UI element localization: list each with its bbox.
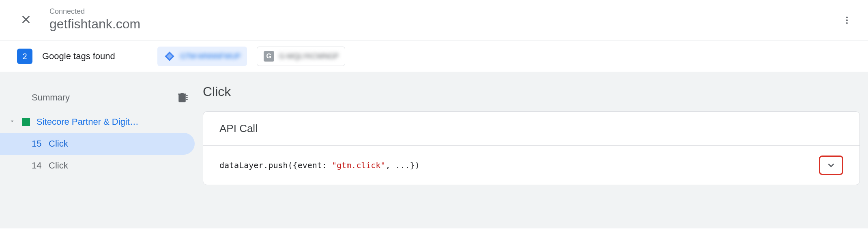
tag-chip-gtag[interactable]: G G-WQLYKCWNGP <box>257 47 346 66</box>
event-item-15[interactable]: 15 Click <box>0 133 195 155</box>
more-vert-icon <box>842 15 852 25</box>
event-num: 15 <box>32 139 43 149</box>
code-string: "gtm.click" <box>332 160 385 170</box>
more-menu-button[interactable] <box>837 11 857 30</box>
content-title: Click <box>203 84 860 99</box>
main-area: Summary Sitecore Partner & Digit… 15 Cli… <box>0 72 868 228</box>
caret-down-icon <box>9 118 17 126</box>
gtag-icon: G <box>264 51 274 62</box>
svg-point-4 <box>846 22 848 24</box>
svg-point-3 <box>846 19 848 21</box>
clear-icon <box>176 92 188 104</box>
tag-id-gtag: G-WQLYKCWNGP <box>279 52 339 61</box>
connected-label: Connected <box>49 7 140 16</box>
chevron-down-icon <box>826 160 836 171</box>
event-name: Click <box>49 139 68 149</box>
code-suffix: , ...}) <box>385 160 419 170</box>
header-bar: Connected getfishtank.com <box>0 0 868 41</box>
api-call-header: API Call <box>203 112 859 146</box>
event-num: 14 <box>32 160 43 171</box>
page-color-indicator <box>22 118 30 126</box>
svg-rect-5 <box>186 95 188 96</box>
tags-count-badge: 2 <box>17 49 32 64</box>
tag-id-gtm: GTM-WNNNFWUP <box>180 52 241 61</box>
event-item-14[interactable]: 14 Click <box>0 155 203 177</box>
datalayer-code: dataLayer.push({event: "gtm.click", ...}… <box>219 160 420 170</box>
domain-name: getfishtank.com <box>49 17 140 32</box>
gtm-icon <box>164 51 175 62</box>
expand-api-button[interactable] <box>819 156 843 175</box>
close-icon <box>20 14 32 25</box>
code-prefix: dataLayer.push({event: <box>219 160 332 170</box>
api-call-body: dataLayer.push({event: "gtm.click", ...}… <box>203 146 859 185</box>
close-button[interactable] <box>19 12 33 27</box>
page-tree-item[interactable]: Sitecore Partner & Digit… <box>0 111 203 133</box>
event-name: Click <box>49 160 68 171</box>
svg-rect-7 <box>186 99 188 100</box>
summary-row[interactable]: Summary <box>0 84 203 111</box>
page-tree-label: Sitecore Partner & Digit… <box>37 117 139 127</box>
tag-chip-gtm[interactable]: GTM-WNNNFWUP <box>157 47 247 66</box>
svg-point-2 <box>846 17 848 18</box>
api-call-card: API Call dataLayer.push({event: "gtm.cli… <box>203 111 860 185</box>
summary-label: Summary <box>32 92 70 103</box>
svg-rect-6 <box>186 97 188 98</box>
tags-found-bar: 2 Google tags found GTM-WNNNFWUP G G-WQL… <box>0 41 868 72</box>
content-panel: Click API Call dataLayer.push({event: "g… <box>203 72 868 228</box>
sidebar: Summary Sitecore Partner & Digit… 15 Cli… <box>0 72 203 228</box>
tags-found-label: Google tags found <box>42 51 115 62</box>
clear-events-button[interactable] <box>176 92 188 104</box>
header-text: Connected getfishtank.com <box>49 7 140 32</box>
